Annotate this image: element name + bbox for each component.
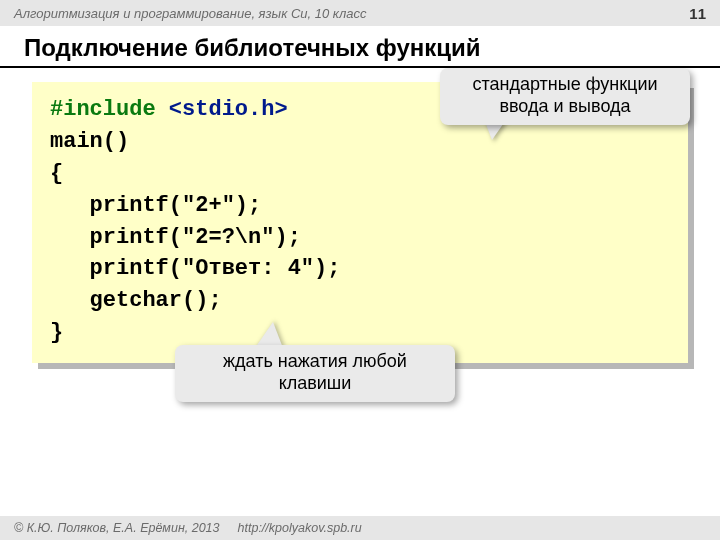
callout-stdio: стандартные функции ввода и вывода	[440, 68, 690, 125]
header-band: Алгоритмизация и программирование, язык …	[0, 0, 720, 26]
code-line-6: printf("Ответ: 4");	[50, 253, 670, 285]
footer-link: http://kpolyakov.spb.ru	[238, 521, 362, 535]
code-line-5: printf("2=?\n");	[50, 222, 670, 254]
callout-getchar: ждать нажатия любой клавиши	[175, 345, 455, 402]
course-title: Алгоритмизация и программирование, язык …	[14, 6, 367, 21]
code-line-2: main()	[50, 126, 670, 158]
footer-band: © К.Ю. Поляков, Е.А. Ерёмин, 2013 http:/…	[0, 516, 720, 540]
code-line-7: getchar();	[50, 285, 670, 317]
page-number: 11	[689, 5, 706, 22]
include-header: <stdio.h>	[169, 97, 288, 122]
footer-credit: © К.Ю. Поляков, Е.А. Ерёмин, 2013	[14, 521, 220, 535]
slide-title: Подключение библиотечных функций	[0, 26, 720, 66]
code-line-3: {	[50, 158, 670, 190]
include-keyword: #include	[50, 97, 169, 122]
code-line-4: printf("2+");	[50, 190, 670, 222]
